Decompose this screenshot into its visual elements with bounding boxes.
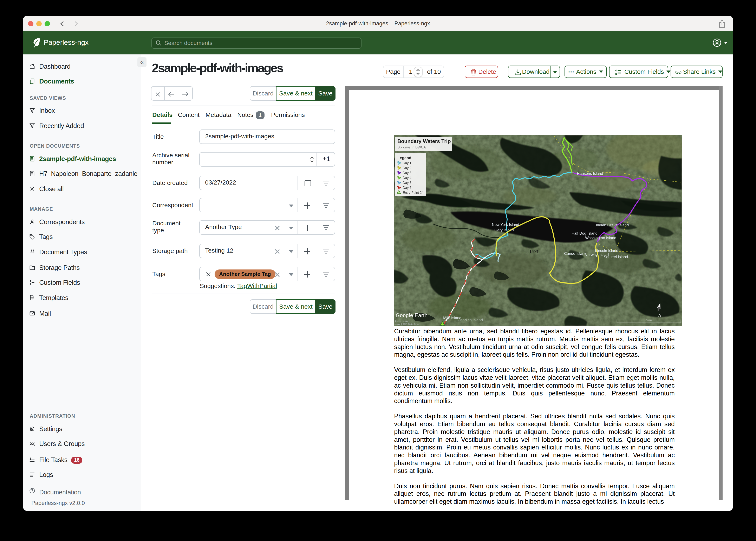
svg-text:Legend: Legend xyxy=(397,156,411,160)
svg-text:Day 6: Day 6 xyxy=(403,186,411,190)
svg-text:Charlies Island: Charlies Island xyxy=(458,318,483,322)
svg-text:N: N xyxy=(658,312,661,318)
svg-text:Squirrel Island: Squirrel Island xyxy=(604,255,628,259)
svg-text:3 mi: 3 mi xyxy=(646,318,652,322)
svg-text:Google Earth: Google Earth xyxy=(396,312,428,318)
svg-text:Day 5: Day 5 xyxy=(403,181,411,185)
svg-text:New York Island: New York Island xyxy=(492,223,519,227)
svg-text:Boundary Waters Trip: Boundary Waters Trip xyxy=(397,138,451,144)
svg-text:Text: Text xyxy=(529,249,538,254)
svg-text:Indian Grave Island: Indian Grave Island xyxy=(596,223,629,227)
svg-text:Six days in BWCA: Six days in BWCA xyxy=(397,145,426,149)
svg-text:Washington Island: Washington Island xyxy=(585,236,616,240)
svg-text:Day 2: Day 2 xyxy=(403,166,411,170)
svg-text:Canoe Island: Canoe Island xyxy=(564,251,586,256)
svg-text:Hausons Island: Hausons Island xyxy=(577,171,603,176)
svg-text:Lincoln Island: Lincoln Island xyxy=(595,249,618,253)
svg-text:Entry Point 24: Entry Point 24 xyxy=(403,191,424,195)
svg-text:Image © 2017 DigitalGlobe: Image © 2017 DigitalGlobe xyxy=(395,323,419,325)
svg-text:Gary Island: Gary Island xyxy=(494,228,514,232)
svg-text:Day 1: Day 1 xyxy=(403,161,411,165)
svg-text:Day 3: Day 3 xyxy=(403,171,411,175)
svg-text:Half Dog Island: Half Dog Island xyxy=(572,231,598,236)
svg-text:© 2017 Google: © 2017 Google xyxy=(395,320,408,322)
svg-text:Day 4: Day 4 xyxy=(403,176,411,180)
